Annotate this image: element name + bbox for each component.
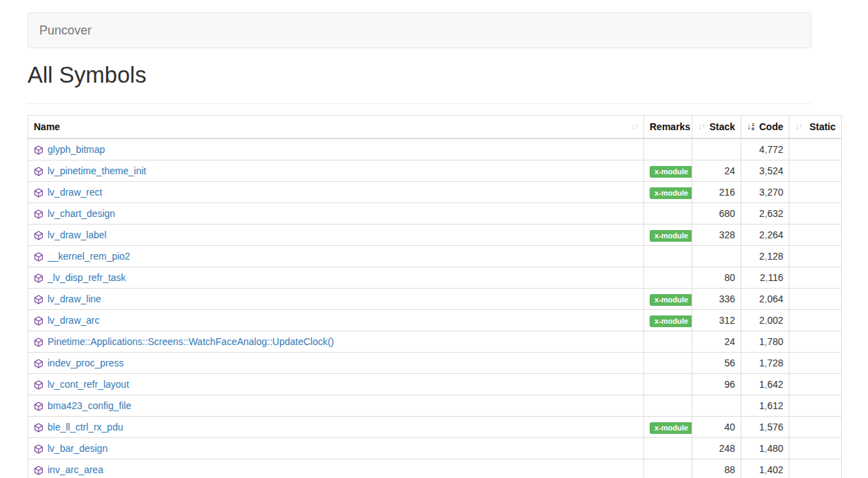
static-cell <box>789 267 842 289</box>
symbol-link[interactable]: _lv_disp_refr_task <box>48 272 126 283</box>
column-label: Stack <box>710 121 735 132</box>
symbol-link[interactable]: glyph_bitmap <box>48 144 105 155</box>
column-header-name[interactable]: ↓↑ Name <box>28 116 644 139</box>
navbar-brand-link[interactable]: Puncover <box>28 23 103 38</box>
table-row: ble_ll_ctrl_rx_pdu x-module 40 1,576 <box>28 417 842 438</box>
static-cell <box>789 438 842 459</box>
page-content: Puncover All Symbols ↓↑ Name Remarks ↓↑ … <box>28 12 868 478</box>
table-row: lv_draw_label x-module 328 2,264 <box>28 225 842 246</box>
code-cell: 1,480 <box>741 438 789 459</box>
table-row: lv_draw_rect x-module 216 3,270 <box>28 182 842 203</box>
stack-cell: 80 <box>692 267 741 289</box>
static-cell <box>789 246 842 267</box>
static-cell <box>789 203 842 225</box>
static-cell <box>789 310 842 331</box>
stack-cell: 328 <box>692 225 741 246</box>
package-cube-icon <box>34 231 43 240</box>
package-cube-icon <box>34 337 43 347</box>
package-cube-icon <box>34 252 43 262</box>
package-cube-icon <box>34 316 43 326</box>
column-label: Code <box>759 121 783 132</box>
column-header-stack[interactable]: ↓↑ Stack <box>692 116 741 139</box>
x-module-badge: x-module <box>650 422 692 434</box>
name-cell: indev_proc_press <box>28 353 644 374</box>
name-cell: lv_cont_refr_layout <box>28 374 644 395</box>
stack-cell: 24 <box>692 331 741 353</box>
page-title: All Symbols <box>28 62 868 88</box>
symbol-link[interactable]: lv_cont_refr_layout <box>48 379 129 390</box>
navbar: Puncover <box>28 12 812 48</box>
symbol-link[interactable]: lv_chart_design <box>48 208 115 219</box>
name-cell: lv_draw_arc <box>28 310 644 331</box>
remarks-cell <box>644 331 692 353</box>
remarks-cell <box>644 267 692 289</box>
remarks-cell <box>644 374 692 395</box>
column-header-code[interactable]: ↓za Code <box>741 116 789 139</box>
package-cube-icon <box>34 444 43 454</box>
symbol-link[interactable]: lv_draw_line <box>48 293 101 304</box>
name-cell: lv_bar_design <box>28 438 644 459</box>
symbols-table: ↓↑ Name Remarks ↓↑ Stack ↓za Code ↓↑ Sta… <box>28 115 842 478</box>
table-row: _lv_disp_refr_task 80 2,116 <box>28 267 842 289</box>
stack-cell: 312 <box>692 310 741 331</box>
remarks-cell <box>644 459 692 478</box>
table-row: inv_arc_area 88 1,402 <box>28 459 842 478</box>
static-cell <box>789 225 842 246</box>
symbol-link[interactable]: lv_draw_label <box>48 229 107 240</box>
name-cell: lv_draw_line <box>28 289 644 310</box>
code-cell: 3,270 <box>741 182 789 203</box>
symbol-link[interactable]: lv_draw_arc <box>48 315 99 326</box>
symbol-link[interactable]: lv_draw_rect <box>48 187 102 198</box>
code-cell: 2,064 <box>741 289 789 310</box>
symbol-link[interactable]: bma423_config_file <box>48 400 131 411</box>
code-cell: 1,612 <box>741 395 789 417</box>
code-cell: 1,402 <box>741 459 789 478</box>
package-cube-icon <box>34 209 43 219</box>
name-cell: Pinetime::Applications::Screens::WatchFa… <box>28 331 644 353</box>
symbol-link[interactable]: Pinetime::Applications::Screens::WatchFa… <box>48 336 334 347</box>
stack-cell: 40 <box>692 417 741 438</box>
stack-cell: 680 <box>692 203 741 225</box>
stack-cell: 56 <box>692 353 741 374</box>
package-cube-icon <box>34 188 43 198</box>
code-cell: 2,128 <box>741 246 789 267</box>
x-module-badge: x-module <box>650 315 692 327</box>
code-cell: 2,264 <box>741 225 789 246</box>
package-cube-icon <box>34 423 43 433</box>
remarks-cell: x-module <box>644 289 692 310</box>
static-cell <box>789 459 842 478</box>
package-cube-icon <box>34 359 43 368</box>
package-cube-icon <box>34 167 43 176</box>
column-header-remarks[interactable]: Remarks <box>644 116 692 139</box>
static-cell <box>789 138 842 160</box>
code-cell: 2,116 <box>741 267 789 289</box>
static-cell <box>789 417 842 438</box>
remarks-cell <box>644 395 692 417</box>
symbol-link[interactable]: __kernel_rem_pio2 <box>48 251 130 262</box>
symbol-link[interactable]: inv_arc_area <box>48 464 103 475</box>
table-row: glyph_bitmap 4,772 <box>28 138 842 160</box>
table-row: lv_draw_arc x-module 312 2,002 <box>28 310 842 331</box>
symbol-link[interactable]: ble_ll_ctrl_rx_pdu <box>48 422 123 433</box>
name-cell: lv_chart_design <box>28 203 644 225</box>
remarks-cell <box>644 203 692 225</box>
stack-cell: 96 <box>692 374 741 395</box>
stack-cell <box>692 395 741 417</box>
symbol-link[interactable]: lv_bar_design <box>48 443 107 454</box>
package-cube-icon <box>34 466 43 475</box>
static-cell <box>789 353 842 374</box>
table-header-row: ↓↑ Name Remarks ↓↑ Stack ↓za Code ↓↑ Sta… <box>28 116 842 139</box>
remarks-cell <box>644 353 692 374</box>
remarks-cell <box>644 138 692 160</box>
package-cube-icon <box>34 273 43 283</box>
column-header-static[interactable]: ↓↑ Static <box>789 116 842 139</box>
code-cell: 3,524 <box>741 160 789 182</box>
table-row: bma423_config_file 1,612 <box>28 395 842 417</box>
stack-cell <box>692 138 741 160</box>
name-cell: __kernel_rem_pio2 <box>28 246 644 267</box>
name-cell: lv_pinetime_theme_init <box>28 160 644 182</box>
column-label: Name <box>34 121 60 132</box>
x-module-badge: x-module <box>650 166 692 178</box>
symbol-link[interactable]: lv_pinetime_theme_init <box>48 165 146 176</box>
symbol-link[interactable]: indev_proc_press <box>48 357 124 368</box>
